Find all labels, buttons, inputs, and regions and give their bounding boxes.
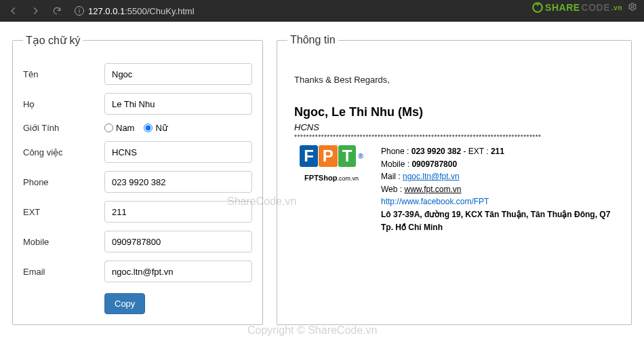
- url-host: 127.0.0.1: [88, 6, 125, 16]
- job-input[interactable]: [104, 141, 252, 163]
- sig-facebook-link[interactable]: http://www.facebook.com/FPT: [381, 197, 489, 206]
- form-legend: Tạo chữ ký: [23, 34, 83, 47]
- svg-point-1: [631, 5, 634, 8]
- lastname-input[interactable]: [104, 93, 252, 115]
- info-legend: Thông tin: [287, 34, 338, 46]
- sig-mobile-label: Mobile :: [381, 159, 409, 169]
- radio-female-label[interactable]: Nữ: [144, 123, 167, 133]
- sig-mail-label: Mail :: [381, 172, 401, 181]
- radio-female-text: Nữ: [155, 123, 167, 133]
- phone-input[interactable]: [104, 171, 252, 193]
- sig-address-1: Lô 37-39A, đường 19, KCX Tân Thuận, Tân …: [381, 210, 610, 219]
- sig-logo-column: FPT® FPTShop.com.vn: [294, 145, 369, 233]
- sig-separator: ****************************************…: [294, 134, 614, 141]
- sig-fullname: Ngoc, Le Thi Nhu (Ms): [294, 105, 614, 119]
- brand-text-a: SHARE: [545, 2, 580, 13]
- sig-ext-label: - EXT :: [463, 147, 488, 156]
- radio-female[interactable]: [144, 124, 153, 132]
- label-job: Công việc: [23, 147, 104, 157]
- sig-ext-value: 211: [491, 147, 504, 156]
- sig-details: Phone : 023 9920 382 - EXT : 211 Mobile …: [381, 145, 610, 233]
- sig-web-label: Web :: [381, 185, 402, 194]
- mobile-input[interactable]: [104, 231, 252, 252]
- create-signature-panel: Tạo chữ ký Tên Họ Giới Tính Nam Nữ: [12, 34, 263, 325]
- radio-male-label[interactable]: Nam: [104, 123, 134, 133]
- brand-tld: .vn: [611, 4, 622, 12]
- label-firstname: Tên: [23, 69, 104, 79]
- url-path: :5500/ChuKy.html: [125, 6, 194, 16]
- label-phone: Phone: [23, 177, 104, 187]
- sig-phone-label: Phone :: [381, 147, 409, 156]
- sig-regards: Thanks & Best Regards,: [294, 75, 614, 85]
- back-icon[interactable]: [5, 3, 22, 19]
- forward-icon[interactable]: [27, 3, 43, 19]
- sig-job: HCNS: [294, 122, 614, 132]
- sig-mail-link[interactable]: ngoc.ltn@fpt.vn: [403, 172, 460, 181]
- info-icon[interactable]: i: [75, 6, 84, 16]
- label-gender: Giới Tính: [23, 123, 104, 133]
- url-bar[interactable]: 127.0.0.1:5500/ChuKy.html: [88, 6, 195, 16]
- label-mobile: Mobile: [23, 237, 104, 247]
- sig-address-2: Tp. Hồ Chí Minh: [381, 223, 443, 232]
- fpt-logo: FPT®: [300, 145, 363, 167]
- brand-text-b: CODE: [582, 2, 610, 13]
- sharecode-icon: [531, 1, 544, 14]
- sig-phone-value: 023 9920 382: [411, 147, 461, 156]
- label-email: Email: [23, 267, 104, 277]
- label-lastname: Họ: [23, 99, 104, 109]
- ext-input[interactable]: [104, 201, 252, 223]
- settings-icon[interactable]: [628, 2, 637, 14]
- email-input[interactable]: [104, 261, 252, 282]
- radio-male[interactable]: [104, 124, 113, 132]
- sig-mobile-value: 0909787800: [411, 159, 457, 169]
- label-ext: EXT: [23, 207, 104, 217]
- fptshop-label: FPTShop.com.vn: [294, 174, 369, 182]
- radio-male-text: Nam: [116, 123, 134, 133]
- firstname-input[interactable]: [104, 63, 252, 85]
- sharecode-logo: SHARECODE.vn: [531, 1, 637, 14]
- info-panel: Thông tin Thanks & Best Regards, Ngoc, L…: [277, 34, 632, 325]
- copy-button[interactable]: Copy: [104, 293, 145, 314]
- sig-web-link[interactable]: www.fpt.com.vn: [404, 185, 461, 194]
- refresh-icon[interactable]: [49, 3, 65, 19]
